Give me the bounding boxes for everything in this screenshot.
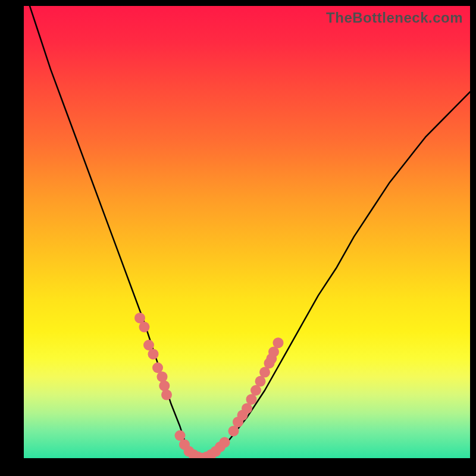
bottleneck-curve <box>24 6 470 458</box>
highlight-points <box>134 312 284 458</box>
chart-svg <box>24 6 470 458</box>
chart-frame: TheBottleneck.com <box>0 0 476 476</box>
scatter-point <box>157 371 168 382</box>
plot-area: TheBottleneck.com <box>24 6 470 458</box>
scatter-point <box>139 322 150 333</box>
scatter-point <box>159 380 170 391</box>
scatter-point <box>161 390 172 400</box>
scatter-point <box>220 437 230 447</box>
watermark-text: TheBottleneck.com <box>326 10 463 26</box>
scatter-point <box>148 349 159 359</box>
scatter-point <box>273 337 284 348</box>
